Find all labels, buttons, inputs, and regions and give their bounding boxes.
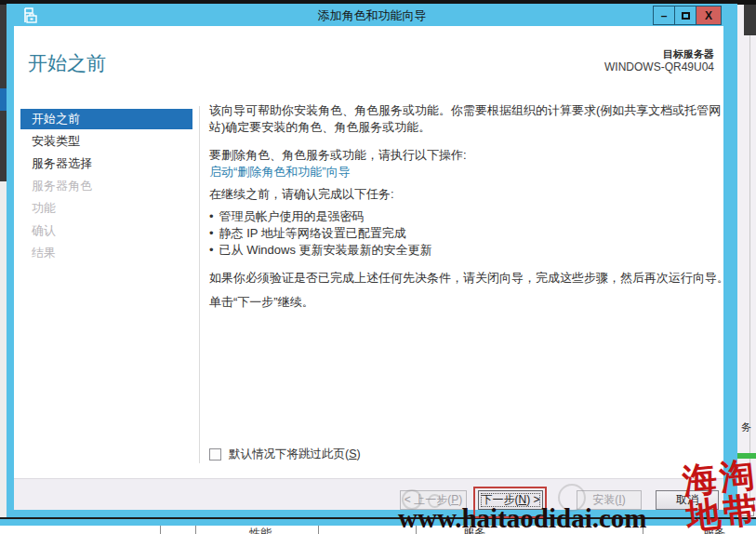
background-column-header: 性能 bbox=[249, 527, 272, 534]
background-right-sliver bbox=[737, 5, 756, 519]
maximize-button[interactable] bbox=[674, 6, 696, 25]
target-server-label: 目标服务器 bbox=[604, 48, 714, 60]
step-confirmation: 确认 bbox=[20, 220, 192, 241]
watermark-stamp: 海淘 地带 bbox=[681, 457, 756, 534]
screenshot-root: 务 性能 服务 服务 添加角色和功能向导 – bbox=[0, 0, 756, 534]
skip-page-label: 默认情况下将跳过此页(S) bbox=[229, 447, 361, 462]
step-features: 功能 bbox=[20, 198, 192, 219]
window-controls: – X bbox=[654, 6, 722, 25]
bullet-icon: • bbox=[209, 243, 214, 257]
minimize-button[interactable]: – bbox=[653, 6, 675, 25]
wizard-body: 开始之前 目标服务器 WINDOWS-QR49U04 开始之前 安装类型 服务器… bbox=[14, 26, 723, 510]
step-results: 结果 bbox=[20, 243, 192, 263]
task-text: 已从 Windows 更新安装最新的安全更新 bbox=[219, 243, 432, 257]
verify-note: 如果你必须验证是否已完成上述任何先决条件，请关闭向导，完成这些步骤，然后再次运行… bbox=[209, 270, 732, 287]
bullet-icon: • bbox=[209, 209, 214, 223]
task-item: •静态 IP 地址等网络设置已配置完成 bbox=[209, 225, 732, 242]
titlebar[interactable]: 添加角色和功能向导 – X bbox=[7, 4, 737, 26]
wizard-steps-nav: 开始之前 安装类型 服务器选择 服务器角色 功能 确认 结果 bbox=[20, 109, 192, 265]
window-title: 添加角色和功能向导 bbox=[7, 7, 737, 24]
background-right-text: 务 bbox=[741, 421, 751, 434]
step-before-you-begin[interactable]: 开始之前 bbox=[20, 109, 192, 129]
background-right-divider bbox=[749, 35, 750, 519]
stamp-line-2: 地带 bbox=[684, 492, 756, 534]
target-server-block: 目标服务器 WINDOWS-QR49U04 bbox=[604, 48, 714, 73]
maximize-icon bbox=[682, 12, 690, 20]
skip-page-checkbox[interactable] bbox=[209, 448, 221, 461]
continue-note: 单击“下一步”继续。 bbox=[209, 294, 732, 311]
tasks-heading: 在继续之前，请确认完成以下任务: bbox=[209, 186, 732, 203]
background-column-line bbox=[195, 526, 196, 534]
remove-wizard-link[interactable]: 启动“删除角色和功能”向导 bbox=[209, 164, 732, 180]
close-button[interactable]: X bbox=[696, 6, 722, 25]
bullet-icon: • bbox=[209, 226, 214, 240]
watermark-url: www.haitaodidai.com bbox=[398, 504, 646, 532]
minimize-icon: – bbox=[661, 9, 668, 22]
step-server-selection[interactable]: 服务器选择 bbox=[20, 154, 192, 174]
close-icon: X bbox=[705, 9, 712, 22]
target-server-name: WINDOWS-QR49U04 bbox=[604, 60, 714, 73]
step-installation-type[interactable]: 安装类型 bbox=[20, 131, 192, 152]
skip-page-row: 默认情况下将跳过此页(S) bbox=[209, 447, 361, 462]
task-text: 管理员帐户使用的是强密码 bbox=[219, 209, 365, 223]
wizard-window: 添加角色和功能向导 – X 开始之前 目标服务器 WINDOWS-QR49U04 bbox=[7, 4, 737, 517]
intro-paragraph: 该向导可帮助你安装角色、角色服务或功能。你需要根据组织的计算要求(例如共享文档或… bbox=[209, 102, 732, 136]
background-right-corner bbox=[744, 5, 756, 35]
step-server-roles: 服务器角色 bbox=[20, 176, 192, 196]
page-title: 开始之前 bbox=[28, 50, 106, 76]
tasks-list: •管理员帐户使用的是强密码 •静态 IP 地址等网络设置已配置完成 •已从 Wi… bbox=[209, 208, 732, 259]
remove-heading: 要删除角色、角色服务或功能，请执行以下操作: bbox=[209, 147, 732, 164]
task-item: •已从 Windows 更新安装最新的安全更新 bbox=[209, 242, 732, 259]
background-column-line bbox=[318, 526, 319, 534]
background-column-line bbox=[160, 526, 161, 534]
nav-separator bbox=[199, 106, 200, 463]
task-item: •管理员帐户使用的是强密码 bbox=[209, 208, 732, 225]
task-text: 静态 IP 地址等网络设置已配置完成 bbox=[219, 226, 406, 240]
